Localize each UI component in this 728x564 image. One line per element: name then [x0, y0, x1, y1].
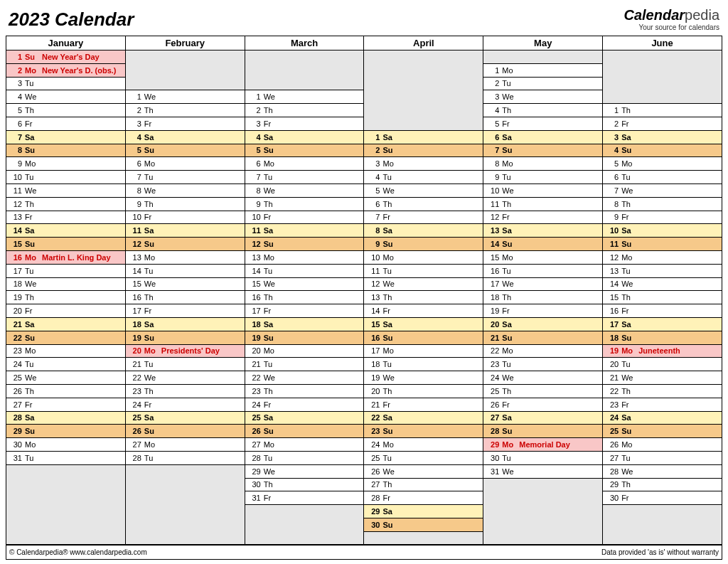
day-of-week: Th [264, 200, 279, 208]
day-of-week: Th [264, 106, 279, 115]
blank-cell [364, 532, 483, 546]
blank-cell [483, 532, 602, 546]
day-of-week: Th [502, 200, 518, 208]
day-of-week: Su [25, 240, 41, 248]
day-number: 1 [129, 92, 141, 101]
day-cell: 3Sa [603, 131, 722, 144]
day-number: 25 [367, 454, 380, 462]
day-of-week: Th [621, 293, 637, 302]
day-of-week: We [502, 186, 518, 195]
day-of-week: Mo [144, 440, 160, 449]
holiday-label: Juneteenth [638, 346, 680, 355]
day-of-week: We [502, 373, 518, 382]
day-number: 21 [367, 400, 380, 409]
day-cell: 19Fr [483, 304, 602, 318]
day-cell: 11Tu [364, 265, 483, 278]
brand-name: Calendarpedia [623, 7, 719, 23]
day-cell: 6Mo [126, 157, 245, 171]
day-number: 12 [486, 213, 499, 221]
month-header: April [364, 36, 483, 50]
day-number: 24 [486, 373, 499, 382]
day-number: 26 [367, 467, 380, 476]
day-number: 30 [367, 521, 380, 529]
day-number: 25 [9, 373, 22, 382]
day-cell: 21We [603, 371, 722, 385]
day-number: 24 [129, 400, 141, 409]
day-number: 24 [367, 440, 380, 449]
day-number: 15 [9, 240, 22, 248]
day-number: 28 [248, 454, 261, 462]
day-number: 8 [486, 159, 499, 168]
blank-cell [126, 505, 245, 518]
day-of-week: We [621, 186, 637, 195]
day-number: 13 [367, 293, 380, 302]
day-of-week: Fr [382, 307, 398, 315]
day-of-week: Sa [264, 133, 279, 142]
footer: © Calendarpedia® www.calendarpedia.com D… [6, 546, 722, 560]
day-number: 18 [367, 360, 380, 368]
day-number: 30 [9, 440, 22, 449]
day-cell: 8We [245, 184, 364, 198]
day-of-week: Sa [382, 507, 398, 516]
day-cell: 10We [483, 184, 602, 198]
day-cell: 22We [245, 371, 364, 385]
day-of-week: We [621, 467, 637, 476]
day-number: 19 [248, 334, 261, 342]
day-cell: 15Th [603, 291, 722, 304]
day-number: 3 [486, 92, 499, 101]
day-cell: 21Tu [245, 358, 364, 371]
day-of-week: Th [264, 293, 279, 302]
day-number: 1 [486, 66, 499, 75]
day-cell: 12Th [6, 198, 125, 211]
day-number: 27 [9, 400, 22, 409]
day-number: 23 [248, 387, 261, 395]
day-cell: 13Th [364, 291, 483, 304]
day-cell: 7Fr [364, 211, 483, 225]
day-cell: 21Tu [126, 358, 245, 371]
day-cell: 18We [6, 278, 125, 292]
day-of-week: Th [621, 387, 637, 395]
day-number: 22 [248, 373, 261, 382]
day-of-week: Su [621, 334, 637, 342]
day-number: 27 [248, 440, 261, 449]
day-of-week: Sa [25, 413, 41, 422]
blank-cell [245, 78, 364, 91]
day-cell: 9Mo [6, 157, 125, 171]
day-of-week: Mo [382, 440, 398, 449]
day-of-week: Fr [144, 119, 160, 128]
day-number: 26 [9, 387, 22, 395]
day-cell: 25Sa [126, 412, 245, 425]
day-of-week: Tu [621, 267, 637, 275]
day-cell: 17Fr [126, 304, 245, 318]
day-of-week: We [264, 373, 279, 382]
day-number: 10 [486, 186, 499, 195]
day-of-week: We [382, 373, 398, 382]
day-number: 5 [606, 159, 619, 168]
day-of-week: Tu [502, 173, 518, 181]
holiday-label: Presidents' Day [161, 346, 220, 355]
day-of-week: We [264, 186, 279, 195]
day-of-week: Th [382, 480, 398, 489]
day-of-week: Fr [264, 400, 279, 409]
day-cell: 18Tu [364, 358, 483, 371]
day-cell: 5Th [6, 104, 125, 117]
day-cell: 2Fr [603, 117, 722, 131]
day-number: 7 [9, 133, 22, 142]
day-number: 17 [129, 307, 141, 315]
day-cell: 7Su [483, 144, 602, 158]
blank-cell [126, 479, 245, 492]
month-column: April1Sa2Su3Mo4Tu5We6Th7Fr8Sa9Su10Mo11Tu… [364, 36, 483, 545]
day-of-week: Th [144, 200, 160, 208]
day-number: 14 [9, 226, 22, 235]
day-number: 2 [248, 106, 261, 115]
day-of-week: Fr [144, 307, 160, 315]
day-cell: 24We [483, 371, 602, 385]
day-number: 1 [367, 133, 380, 142]
day-cell: 12Su [245, 238, 364, 251]
day-number: 11 [248, 226, 261, 235]
day-cell: 16Su [364, 331, 483, 345]
day-of-week: Th [25, 387, 41, 395]
day-cell: 20Th [364, 385, 483, 398]
day-of-week: Su [25, 427, 41, 435]
day-number: 24 [606, 413, 619, 422]
